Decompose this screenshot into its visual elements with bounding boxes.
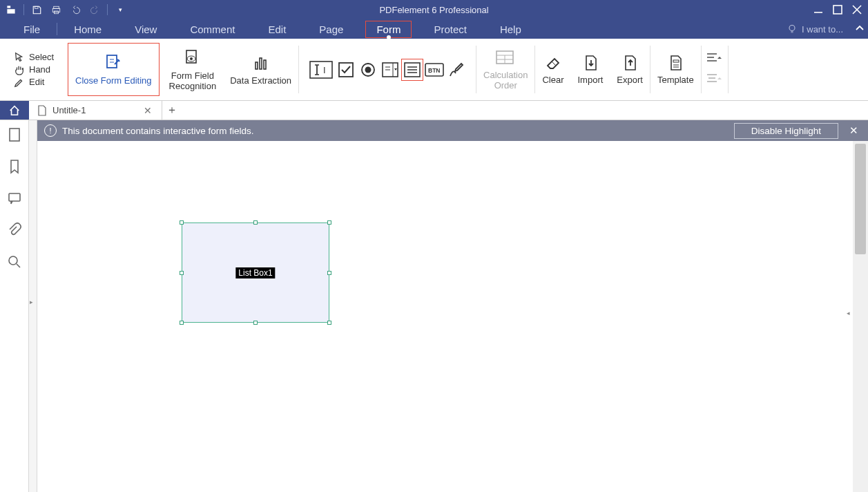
work-area: ! This document contains interactive for…	[0, 120, 868, 492]
new-tab-button[interactable]: ＋	[162, 101, 182, 120]
resize-handle[interactable]	[327, 220, 331, 225]
ribbon: Select Hand Edit Close Form Editing Form…	[0, 39, 868, 101]
field-name-label: List Box1	[235, 267, 275, 278]
svg-point-16	[190, 57, 193, 60]
document-tab[interactable]: Untitle-1 ✕	[29, 101, 162, 120]
home-tab-button[interactable]	[0, 101, 29, 120]
scroll-thumb[interactable]	[855, 144, 866, 254]
template-button[interactable]: Template	[650, 39, 701, 100]
close-infobar-button[interactable]: ✕	[845, 124, 862, 137]
combobox-tool[interactable]	[379, 59, 401, 81]
clear-button[interactable]: Clear	[535, 39, 570, 100]
select-tool[interactable]: Select	[14, 52, 61, 63]
svg-rect-20	[310, 62, 332, 78]
right-splitter[interactable]	[846, 141, 853, 492]
bookmark-icon[interactable]	[7, 159, 22, 174]
export-button[interactable]: Export	[610, 39, 650, 100]
disable-highlight-button[interactable]: Disable Highlight	[734, 123, 838, 139]
resize-handle[interactable]	[327, 271, 331, 275]
resize-handle[interactable]	[253, 321, 258, 325]
svg-rect-14	[186, 50, 196, 63]
edit-tool[interactable]: Edit	[14, 77, 61, 88]
menu-edit[interactable]: Edit	[257, 21, 297, 38]
separator	[728, 46, 729, 93]
text-field-tool[interactable]: I	[307, 59, 335, 81]
resize-handle[interactable]	[180, 321, 184, 325]
template-icon	[666, 53, 685, 73]
close-form-editing-icon	[103, 53, 124, 73]
maximize-button[interactable]	[829, 3, 846, 17]
collapse-ribbon-button[interactable]	[851, 23, 868, 35]
i-want-to-label: I want to...	[802, 24, 843, 35]
menu-help[interactable]: Help	[489, 21, 532, 38]
calculation-order-icon	[494, 48, 517, 68]
separator	[23, 4, 24, 15]
menu-protect[interactable]: Protect	[423, 21, 478, 38]
listbox-tool[interactable]	[401, 59, 423, 81]
signature-field-tool[interactable]	[445, 59, 467, 81]
menu-page[interactable]: Page	[308, 21, 354, 38]
title-bar: ▾ PDFelement 6 Professional	[0, 0, 868, 19]
export-icon	[620, 53, 639, 73]
left-splitter[interactable]	[29, 120, 37, 492]
search-icon[interactable]	[7, 254, 22, 269]
import-button[interactable]: Import	[570, 39, 610, 100]
data-extraction-button[interactable]: Data Extraction	[223, 39, 298, 100]
attachment-icon[interactable]	[7, 223, 22, 238]
minimize-button[interactable]	[810, 3, 827, 17]
app-icon[interactable]	[4, 3, 18, 17]
print-icon[interactable]	[49, 3, 63, 17]
menu-home[interactable]: Home	[63, 21, 113, 38]
svg-point-25	[365, 66, 372, 73]
distribute-dropdown[interactable]	[706, 73, 724, 88]
resize-handle[interactable]	[180, 271, 184, 275]
menu-file[interactable]: File	[12, 21, 51, 38]
document-tabs: Untitle-1 ✕ ＋	[0, 101, 868, 120]
info-icon: !	[44, 124, 57, 137]
svg-text:I: I	[323, 65, 326, 75]
alignment-dropdowns	[702, 39, 728, 100]
qat-dropdown-icon[interactable]: ▾	[113, 3, 127, 17]
menu-view[interactable]: View	[124, 21, 168, 38]
align-dropdown[interactable]	[706, 52, 724, 67]
window-controls	[810, 3, 868, 17]
comments-icon[interactable]	[7, 191, 22, 206]
left-panel	[0, 120, 29, 492]
info-message: This document contains interactive form …	[62, 126, 254, 136]
hand-tool[interactable]: Hand	[14, 64, 61, 75]
separator	[107, 4, 108, 15]
svg-rect-36	[673, 60, 679, 62]
button-tool[interactable]: BTN	[423, 59, 445, 81]
resize-handle[interactable]	[180, 220, 184, 225]
redo-icon[interactable]	[88, 3, 102, 17]
svg-rect-3	[53, 6, 59, 8]
svg-line-35	[552, 62, 556, 66]
eraser-icon	[543, 53, 563, 73]
close-tab-button[interactable]: ✕	[141, 105, 155, 116]
document-icon	[37, 105, 47, 116]
svg-rect-46	[9, 193, 20, 201]
import-icon	[581, 53, 600, 73]
svg-rect-18	[260, 58, 262, 69]
form-field-recognition-icon	[182, 48, 203, 68]
calculation-order-button[interactable]: Calculation Order	[476, 39, 534, 100]
resize-handle[interactable]	[327, 321, 331, 325]
undo-icon[interactable]	[68, 3, 82, 17]
i-want-to-search[interactable]: I want to...	[787, 23, 851, 35]
thumbnails-icon[interactable]	[7, 127, 22, 142]
listbox-field[interactable]: List Box1	[182, 223, 329, 323]
menu-comment[interactable]: Comment	[179, 21, 246, 38]
resize-handle[interactable]	[253, 220, 258, 225]
radio-button-tool[interactable]	[357, 59, 379, 81]
save-icon[interactable]	[30, 3, 44, 17]
close-button[interactable]	[849, 3, 865, 17]
close-form-editing-button[interactable]: Close Form Editing	[68, 43, 160, 96]
menu-form[interactable]: Form	[365, 21, 412, 38]
checkbox-tool[interactable]	[335, 59, 357, 81]
svg-rect-17	[255, 62, 258, 69]
vertical-scrollbar[interactable]	[853, 141, 868, 492]
svg-rect-7	[833, 6, 842, 14]
document-page[interactable]: List Box1	[37, 141, 853, 492]
form-field-recognition-button[interactable]: Form Field Recognition	[162, 39, 224, 100]
svg-rect-0	[7, 6, 10, 8]
